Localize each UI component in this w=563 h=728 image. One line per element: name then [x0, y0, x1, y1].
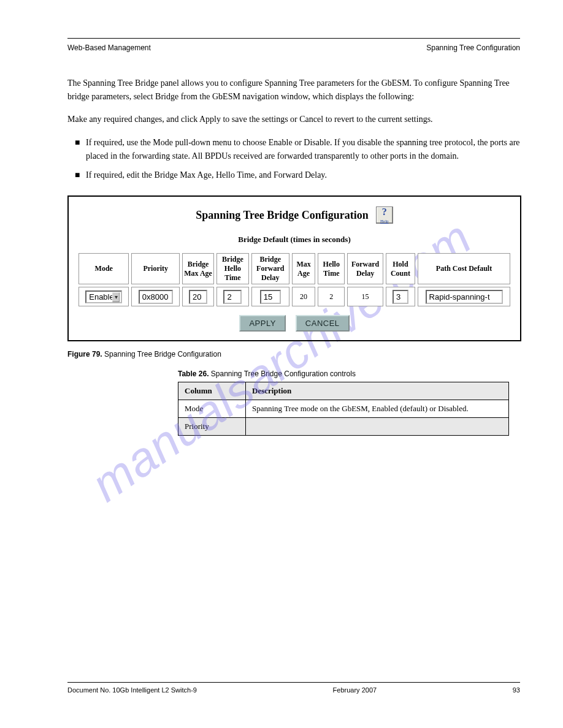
priority-input[interactable]: 0x8000 [139, 290, 173, 304]
screenshot-title: Spanning Tree Bridge Configuration [196, 209, 369, 222]
screenshot-subtitle: Bridge Default (times in seconds) [76, 235, 513, 245]
bridge-forward-delay-input[interactable]: 15 [260, 290, 281, 304]
footer-right: 93 [513, 686, 520, 694]
description-table: Column Description Mode Spanning Tree mo… [178, 382, 509, 436]
question-mark-icon: ? [377, 207, 393, 218]
cancel-button[interactable]: CANCEL [296, 315, 350, 332]
desc-th-description: Description [246, 382, 509, 400]
bridge-hello-time-input[interactable]: 2 [223, 290, 242, 304]
mode-select[interactable]: Enable [85, 290, 122, 303]
bridge-max-age-input[interactable]: 20 [189, 290, 207, 304]
th-hold-count: Hold Count [386, 253, 415, 284]
desc-priority-label: Priority [178, 418, 246, 436]
desc-th-column: Column [178, 382, 246, 400]
desc-priority-text [246, 418, 509, 436]
forward-delay-value: 15 [347, 287, 383, 306]
th-bridge-max-age: Bridge Max Age [182, 253, 214, 284]
bullet-2: ■ If required, edit the Bridge Max Age, … [67, 169, 520, 182]
desc-mode-label: Mode [178, 400, 246, 418]
before-list-paragraph: Make any required changes, and click App… [67, 113, 520, 126]
footer-center: February 2007 [333, 686, 377, 694]
intro-paragraph: The Spanning Tree Bridge panel allows yo… [67, 77, 520, 103]
help-icon[interactable]: ? Help [376, 207, 393, 224]
table-header-row: Mode Priority Bridge Max Age Bridge Hell… [79, 253, 510, 284]
table-value-row: Enable 0x8000 20 2 15 20 2 15 3 Rapid-sp… [79, 287, 510, 306]
header-right: Spanning Tree Configuration [426, 44, 520, 52]
figure-text: Spanning Tree Bridge Configuration [104, 350, 221, 358]
table-caption: Table 26. Spanning Tree Bridge Configura… [178, 370, 520, 378]
top-rule [67, 38, 520, 39]
page: Web-Based Management Spanning Tree Confi… [0, 0, 563, 466]
footer: Document No. 10Gb Intelligent L2 Switch-… [67, 682, 520, 694]
th-hello-time: Hello Time [318, 253, 345, 284]
footer-left: Document No. 10Gb Intelligent L2 Switch-… [67, 686, 197, 694]
th-mode: Mode [79, 253, 129, 284]
header-left: Web-Based Management [67, 44, 151, 52]
apply-button[interactable]: APPLY [239, 315, 285, 332]
max-age-value: 20 [292, 287, 315, 306]
hello-time-value: 2 [318, 287, 345, 306]
help-label: Help [377, 219, 393, 224]
figure-caption: Figure 79. Spanning Tree Bridge Configur… [67, 350, 520, 358]
desc-header-row: Column Description [178, 382, 509, 400]
bullet-1-text: If required, use the Mode pull-down menu… [86, 138, 520, 161]
table-caption-text: Spanning Tree Bridge Configuration contr… [211, 370, 356, 378]
screenshot-title-row: Spanning Tree Bridge Configuration ? Hel… [76, 207, 513, 224]
desc-row-priority: Priority [178, 418, 509, 436]
config-table: Mode Priority Bridge Max Age Bridge Hell… [76, 251, 513, 309]
bullet-1: ■ If required, use the Mode pull-down me… [67, 136, 520, 162]
th-bridge-hello-time: Bridge Hello Time [216, 253, 248, 284]
th-max-age: Max Age [292, 253, 315, 284]
path-cost-default-input[interactable]: Rapid-spanning-t [426, 290, 503, 304]
header: Web-Based Management Spanning Tree Confi… [67, 44, 520, 52]
th-path-cost-default: Path Cost Default [418, 253, 510, 284]
desc-row-mode: Mode Spanning Tree mode on the GbESM, En… [178, 400, 509, 418]
button-row: APPLY CANCEL [76, 315, 513, 332]
th-priority: Priority [131, 253, 179, 284]
th-bridge-forward-delay: Bridge Forward Delay [251, 253, 289, 284]
hold-count-input[interactable]: 3 [393, 290, 408, 304]
desc-mode-text: Spanning Tree mode on the GbESM, Enabled… [246, 400, 509, 418]
th-forward-delay: Forward Delay [347, 253, 383, 284]
bullet-2-text: If required, edit the Bridge Max Age, He… [86, 170, 327, 180]
figure-number: Figure 79. [67, 350, 102, 358]
screenshot-frame: Spanning Tree Bridge Configuration ? Hel… [67, 195, 521, 341]
table-number: Table 26. [178, 370, 209, 378]
